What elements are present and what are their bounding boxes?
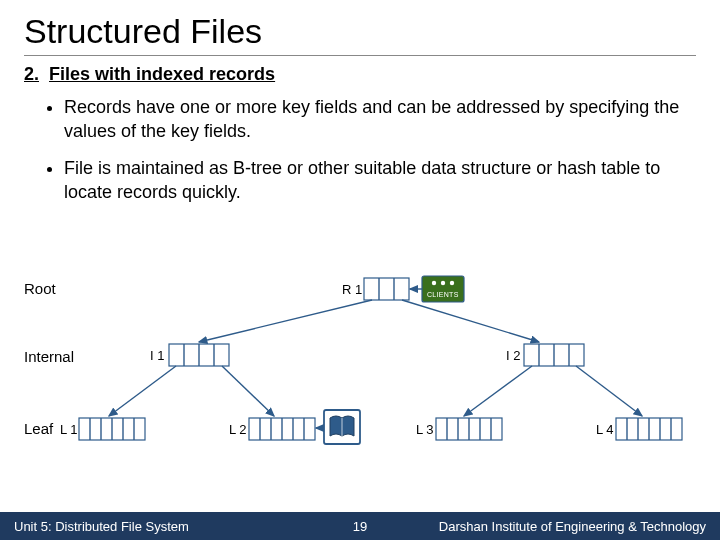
node-l2-label: L 2 [229, 422, 247, 437]
svg-line-19 [222, 366, 274, 416]
node-l3: L 3 [416, 418, 502, 440]
footer-left: Unit 5: Distributed File System [14, 519, 189, 534]
svg-line-21 [576, 366, 642, 416]
svg-rect-0 [364, 278, 409, 300]
svg-line-20 [464, 366, 532, 416]
node-root: R 1 [342, 278, 409, 300]
svg-point-6 [450, 281, 454, 285]
svg-line-9 [402, 300, 539, 342]
svg-point-5 [441, 281, 445, 285]
node-i2-label: I 2 [506, 348, 520, 363]
node-l1: L 1 [60, 418, 145, 440]
node-i2: I 2 [506, 344, 584, 366]
subheading: 2. Files with indexed records [24, 64, 696, 85]
node-l4-label: L 4 [596, 422, 614, 437]
node-l4: L 4 [596, 418, 682, 440]
svg-line-18 [109, 366, 176, 416]
bullet-item: Records have one or more key fields and … [64, 95, 696, 144]
svg-line-8 [199, 300, 372, 342]
clients-label: CLIENTS [427, 291, 459, 298]
book-icon [316, 410, 360, 444]
node-r1-label: R 1 [342, 282, 362, 297]
node-i1: I 1 [150, 344, 229, 366]
slide-footer: Unit 5: Distributed File System 19 Darsh… [0, 512, 720, 540]
node-l2: L 2 [229, 418, 315, 440]
btree-diagram: Root Internal Leaf R 1 CLIE [24, 270, 696, 480]
svg-rect-3 [422, 276, 464, 302]
footer-right: Darshan Institute of Engineering & Techn… [439, 519, 706, 534]
subhead-text: Files with indexed records [49, 64, 275, 84]
subhead-number: 2. [24, 64, 39, 84]
divider [24, 55, 696, 56]
node-l1-label: L 1 [60, 422, 78, 437]
node-i1-label: I 1 [150, 348, 164, 363]
bullet-item: File is maintained as B-tree or other su… [64, 156, 696, 205]
page-number: 19 [353, 519, 367, 534]
clients-badge: CLIENTS [410, 276, 464, 302]
bullet-list: Records have one or more key fields and … [64, 95, 696, 204]
node-l3-label: L 3 [416, 422, 434, 437]
slide-title: Structured Files [24, 12, 696, 51]
svg-point-4 [432, 281, 436, 285]
